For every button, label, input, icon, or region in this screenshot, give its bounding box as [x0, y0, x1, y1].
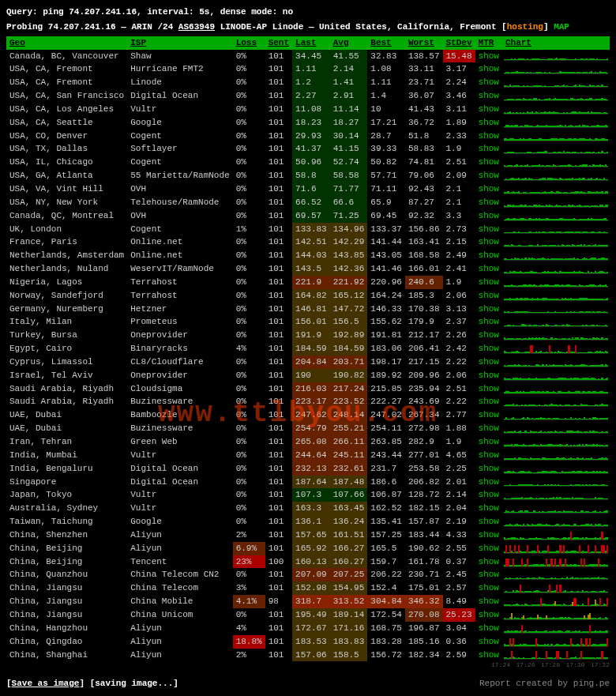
cell-stdev: 2.49 — [443, 249, 475, 262]
mtr-link[interactable]: show — [475, 435, 502, 449]
mtr-link[interactable]: show — [475, 542, 502, 555]
mtr-link[interactable]: show — [475, 395, 502, 408]
table-row: USA, CA, Los AngelesVultr0%10111.0811.14… — [6, 103, 610, 116]
col-sent[interactable]: Sent — [265, 36, 292, 50]
col-loss[interactable]: Loss — [233, 36, 265, 50]
cell-loss: 0% — [233, 462, 265, 476]
cell-last: 157.06 — [292, 649, 330, 662]
mtr-link[interactable]: show — [475, 502, 502, 515]
mtr-link[interactable]: show — [475, 303, 502, 316]
mtr-link[interactable]: show — [475, 289, 502, 303]
mtr-link[interactable]: show — [475, 142, 502, 156]
mtr-link[interactable]: show — [475, 209, 502, 223]
mtr-link[interactable]: show — [475, 649, 502, 662]
cell-sent: 101 — [265, 169, 292, 182]
mtr-link[interactable]: show — [475, 315, 502, 329]
map-link[interactable]: MAP — [554, 22, 569, 32]
col-stdev[interactable]: StDev — [443, 36, 475, 50]
cell-loss: 4% — [233, 342, 265, 356]
mtr-link[interactable]: show — [475, 262, 502, 276]
cell-best: 215.85 — [367, 382, 405, 396]
mtr-link[interactable]: show — [475, 422, 502, 435]
col-best[interactable]: Best — [367, 36, 405, 50]
cell-worst: 58.83 — [405, 142, 443, 156]
cell-stdev: 8.49 — [443, 595, 475, 608]
mtr-link[interactable]: show — [475, 89, 502, 103]
mtr-link[interactable]: show — [475, 462, 502, 476]
cell-sent: 101 — [265, 356, 292, 369]
cell-sent: 101 — [265, 408, 292, 422]
mtr-link[interactable]: show — [475, 382, 502, 396]
mtr-link[interactable]: show — [475, 622, 502, 635]
mtr-link[interactable]: show — [475, 555, 502, 569]
col-worst[interactable]: Worst — [405, 36, 443, 50]
mtr-link[interactable]: show — [475, 488, 502, 502]
mtr-link[interactable]: show — [475, 329, 502, 342]
save-image-link[interactable]: Save as image — [12, 679, 80, 688]
mtr-link[interactable]: show — [475, 223, 502, 236]
latency-sparkline — [504, 517, 608, 527]
cell-last: 142.51 — [292, 235, 330, 249]
mtr-link[interactable]: show — [475, 156, 502, 169]
mtr-link[interactable]: show — [475, 182, 502, 196]
cell-avg: 134.96 — [330, 223, 368, 236]
cell-best: 165.5 — [367, 542, 405, 555]
cell-worst: 92.32 — [405, 209, 443, 223]
col-avg[interactable]: Avg — [330, 36, 368, 50]
mtr-link[interactable]: show — [475, 103, 502, 116]
cell-loss: 23% — [233, 555, 265, 569]
cell-sent: 101 — [265, 76, 292, 89]
col-chart[interactable]: Chart — [502, 36, 610, 50]
cell-best: 32.83 — [367, 50, 405, 63]
mtr-link[interactable]: show — [475, 515, 502, 529]
col-isp[interactable]: ISP — [127, 36, 232, 50]
mtr-link[interactable]: show — [475, 529, 502, 542]
cell-avg: 190.82 — [330, 369, 368, 382]
cell-avg: 266.11 — [330, 435, 368, 449]
cell-stdev: 2.01 — [443, 476, 475, 489]
mtr-link[interactable]: show — [475, 50, 502, 63]
mtr-link[interactable]: show — [475, 249, 502, 262]
cell-isp: Cogent — [127, 130, 232, 143]
mtr-link[interactable]: show — [475, 369, 502, 382]
mtr-link[interactable]: show — [475, 476, 502, 489]
mtr-link[interactable]: show — [475, 608, 502, 622]
mtr-link[interactable]: show — [475, 408, 502, 422]
chart-cell — [502, 502, 610, 515]
mtr-link[interactable]: show — [475, 356, 502, 369]
mtr-link[interactable]: show — [475, 581, 502, 595]
latency-sparkline — [504, 317, 608, 327]
cell-stdev: 1.9 — [443, 435, 475, 449]
cell-loss: 0% — [233, 156, 265, 169]
cell-geo: India, Mumbai — [6, 449, 127, 462]
mtr-link[interactable]: show — [475, 169, 502, 182]
cell-avg: 136.24 — [330, 515, 368, 529]
asn-link[interactable]: AS63949 — [178, 22, 215, 32]
mtr-link[interactable]: show — [475, 116, 502, 130]
mtr-link[interactable]: show — [475, 595, 502, 608]
cell-isp: Green Web — [127, 435, 232, 449]
mtr-link[interactable]: show — [475, 235, 502, 249]
cell-isp: Vultr — [127, 502, 232, 515]
col-mtr[interactable]: MTR — [475, 36, 502, 50]
mtr-link[interactable]: show — [475, 635, 502, 649]
cell-geo: Cyprus, Limassol — [6, 356, 127, 369]
mtr-link[interactable]: show — [475, 62, 502, 76]
cell-avg: 156.5 — [330, 315, 368, 329]
col-last[interactable]: Last — [292, 36, 330, 50]
col-geo[interactable]: Geo — [6, 36, 127, 50]
cell-stdev: 4.65 — [443, 449, 475, 462]
mtr-link[interactable]: show — [475, 130, 502, 143]
cell-isp: Aliyun — [127, 529, 232, 542]
mtr-link[interactable]: show — [475, 449, 502, 462]
mtr-link[interactable]: show — [475, 568, 502, 581]
mtr-link[interactable]: show — [475, 196, 502, 209]
mtr-link[interactable]: show — [475, 76, 502, 89]
mtr-link[interactable]: show — [475, 342, 502, 356]
cell-isp: Online.net — [127, 249, 232, 262]
chart-cell — [502, 196, 610, 209]
latency-sparkline — [504, 237, 608, 247]
mtr-link[interactable]: show — [475, 276, 502, 289]
cell-loss: 0% — [233, 382, 265, 396]
cell-stdev: 3.17 — [443, 62, 475, 76]
